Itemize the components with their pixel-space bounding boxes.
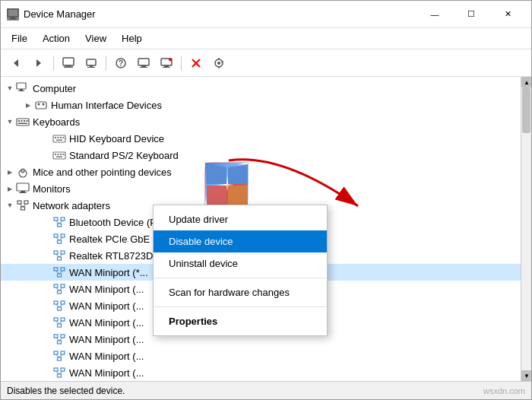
svg-rect-77	[54, 268, 58, 271]
svg-rect-84	[58, 290, 62, 294]
toggle-hid[interactable]: ▶	[22, 99, 34, 111]
svg-marker-4	[36, 59, 41, 67]
properties-button[interactable]	[58, 52, 79, 74]
tree-item-computer[interactable]: ▼ Computer	[1, 80, 521, 97]
svg-rect-62	[54, 217, 58, 221]
svg-rect-59	[21, 207, 25, 210]
ps2-keyboard-icon	[52, 148, 66, 162]
help-button[interactable]: ?	[110, 52, 131, 74]
svg-text:?: ?	[119, 59, 123, 68]
main-content: ▼ Computer ▶ Human Interface Devices ▼	[1, 77, 531, 381]
svg-rect-45	[53, 152, 65, 159]
watermark: wsxdn.com	[483, 386, 525, 395]
scroll-thumb[interactable]	[522, 87, 530, 133]
svg-rect-73	[61, 251, 65, 254]
tree-item-hid-keyboard[interactable]: HID Keyboard Device	[1, 130, 521, 147]
monitor-button[interactable]	[156, 52, 177, 74]
tree-item-wan7[interactable]: WAN Miniport (...	[1, 364, 521, 381]
toggle-monitors[interactable]: ▶	[4, 183, 16, 195]
menu-action[interactable]: Action	[35, 30, 78, 47]
computer-icon	[16, 81, 30, 95]
svg-rect-67	[54, 234, 58, 237]
svg-rect-49	[63, 154, 65, 155]
toggle-network[interactable]: ▼	[4, 199, 16, 211]
svg-rect-103	[61, 351, 65, 354]
tree-item-keyboards[interactable]: ▼ Keyboards	[1, 113, 521, 130]
close-button[interactable]: ✕	[490, 3, 525, 26]
svg-rect-58	[24, 201, 28, 204]
svg-rect-54	[17, 183, 29, 191]
svg-rect-99	[58, 341, 62, 344]
maximize-button[interactable]: ☐	[454, 3, 489, 26]
ctx-properties[interactable]: Properties	[154, 310, 327, 332]
svg-line-70	[56, 237, 60, 240]
menu-help[interactable]: Help	[114, 30, 150, 47]
wan4-label: WAN Miniport (...	[69, 317, 144, 329]
svg-rect-69	[58, 240, 62, 243]
svg-line-100	[56, 338, 60, 341]
svg-rect-68	[61, 234, 65, 237]
toolbar-separator-2	[106, 56, 106, 71]
svg-rect-72	[54, 251, 58, 254]
svg-rect-15	[140, 67, 147, 68]
svg-rect-13	[138, 59, 149, 65]
scan-button[interactable]	[208, 52, 230, 74]
svg-rect-93	[61, 318, 65, 321]
tree-item-mice[interactable]: ▶ Mice and other pointing devices	[1, 163, 521, 180]
device-tree[interactable]: ▼ Computer ▶ Human Interface Devices ▼	[1, 77, 521, 381]
update-driver-button[interactable]	[81, 52, 102, 74]
svg-rect-36	[24, 120, 25, 122]
scroll-down-button[interactable]: ▼	[521, 370, 531, 381]
computer-view-button[interactable]	[133, 52, 154, 74]
tree-item-monitors[interactable]: ▶ Monitors	[1, 180, 521, 197]
svg-marker-3	[14, 59, 18, 67]
scrollbar[interactable]: ▲ ▼	[521, 77, 531, 381]
mice-label: Mice and other pointing devices	[33, 167, 172, 178]
svg-point-23	[217, 62, 220, 65]
context-menu: Update driver Disable device Uninstall d…	[153, 205, 328, 336]
svg-line-85	[56, 287, 60, 290]
tree-item-ps2-keyboard[interactable]: Standard PS/2 Keyboard	[1, 147, 521, 163]
svg-rect-1	[11, 17, 15, 18]
svg-rect-14	[141, 65, 146, 67]
toggle-computer[interactable]: ▼	[4, 82, 16, 94]
svg-rect-5	[63, 58, 74, 65]
toolbar-separator-1	[53, 56, 54, 71]
tree-item-wan6[interactable]: WAN Miniport (...	[1, 348, 521, 364]
minimize-button[interactable]: —	[417, 3, 452, 26]
ps2-keyboard-label: Standard PS/2 Keyboard	[69, 150, 179, 161]
svg-rect-57	[17, 201, 21, 204]
window-controls: — ☐ ✕	[417, 3, 525, 26]
svg-line-91	[59, 304, 63, 307]
remove-button[interactable]	[185, 52, 207, 74]
app-icon	[7, 8, 19, 21]
menu-file[interactable]: File	[4, 30, 35, 47]
ctx-scan-changes[interactable]: Scan for hardware changes	[154, 281, 327, 303]
forward-button[interactable]	[28, 52, 49, 74]
ctx-disable-device[interactable]: Disable device	[154, 230, 327, 252]
svg-rect-107	[54, 368, 58, 371]
svg-rect-18	[163, 67, 170, 68]
mice-icon	[16, 165, 30, 179]
svg-line-106	[59, 354, 63, 357]
toggle-mice[interactable]: ▶	[4, 166, 16, 178]
menu-view[interactable]: View	[78, 30, 114, 47]
svg-line-66	[59, 221, 63, 224]
svg-rect-48	[60, 154, 62, 155]
title-bar: Device Manager — ☐ ✕	[1, 1, 531, 28]
ctx-separator-2	[154, 306, 327, 307]
svg-line-101	[59, 338, 63, 341]
svg-rect-10	[87, 67, 95, 68]
ctx-separator	[154, 278, 327, 278]
tree-item-hid[interactable]: ▶ Human Interface Devices	[1, 97, 521, 113]
monitors-icon	[16, 182, 30, 195]
toggle-keyboards[interactable]: ▼	[4, 116, 16, 128]
wan3-icon	[52, 299, 66, 313]
svg-line-96	[59, 321, 63, 324]
scroll-up-button[interactable]: ▲	[521, 77, 531, 87]
svg-rect-35	[21, 120, 23, 122]
ctx-update-driver[interactable]: Update driver	[154, 208, 327, 230]
back-button[interactable]	[5, 52, 27, 74]
svg-rect-88	[61, 301, 65, 304]
ctx-uninstall-device[interactable]: Uninstall device	[154, 252, 327, 275]
